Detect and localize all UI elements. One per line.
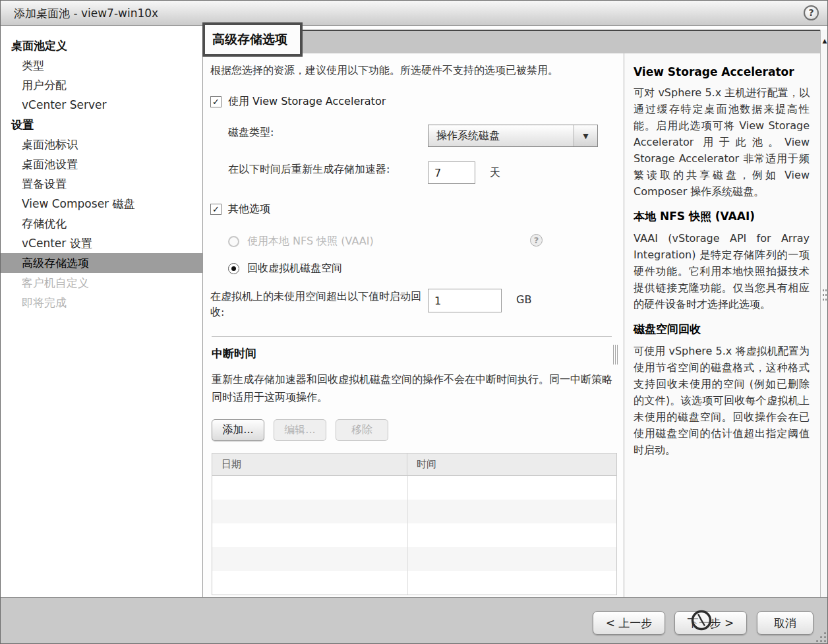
help-section-title: 本地 NFS 快照 (VAAI) (634, 209, 810, 224)
other-options-label: 其他选项 (228, 202, 270, 216)
reclaim-threshold-unit: GB (516, 289, 531, 311)
window-title: 添加桌面池 - view7-win10x (14, 6, 158, 21)
reclaim-disk-space-radio[interactable] (228, 263, 239, 274)
cancel-button[interactable]: 取消 (757, 611, 813, 635)
chevron-down-icon[interactable]: ▼ (574, 125, 597, 146)
sidebar-item-vcenter-settings[interactable]: vCenter 设置 (1, 233, 202, 253)
sidebar-item-user-assignment[interactable]: 用户分配 (1, 75, 202, 95)
table-header-row: 日期 时间 (212, 454, 616, 476)
previous-button[interactable]: < 上一步 (593, 611, 665, 635)
regenerate-days-input[interactable] (428, 161, 475, 184)
check-icon: ✓ (212, 97, 220, 107)
sidebar-item-type[interactable]: 类型 (1, 55, 202, 75)
blackout-times-title: 中断时间 (212, 346, 618, 361)
splitter-grip[interactable] (613, 345, 618, 365)
footer-bar: < 上一步 下一步 > 取消 (1, 597, 828, 644)
scrollbar-grip[interactable] (822, 288, 827, 303)
nfs-snapshot-label: 使用本地 NFS 快照 (VAAI) (247, 235, 374, 249)
table-column-divider (407, 476, 408, 595)
sidebar-item-vcenter-server[interactable]: vCenter Server (1, 95, 202, 115)
help-icon[interactable]: ? (804, 5, 819, 20)
blackout-times-table: 日期 时间 (212, 453, 617, 595)
sidebar-item-pool-identification[interactable]: 桌面池标识 (1, 134, 202, 154)
sidebar-item-provisioning-settings[interactable]: 置备设置 (1, 174, 202, 194)
nfs-help-icon[interactable]: ? (530, 234, 543, 247)
use-storage-accelerator-checkbox[interactable]: ✓ (210, 96, 222, 107)
column-header-date: 日期 (212, 454, 407, 475)
use-storage-accelerator-label: 使用 View Storage Accelerator (228, 95, 386, 109)
next-button[interactable]: 下一步 > (674, 611, 747, 635)
add-button[interactable]: 添加... (212, 419, 264, 441)
scroll-up-icon[interactable]: ▲ (821, 38, 828, 44)
remove-button: 移除 (336, 419, 388, 441)
sidebar-group-settings: 设置 (1, 115, 202, 134)
help-section-title: View Storage Accelerator (634, 65, 810, 78)
wizard-step-list: 桌面池定义 类型 用户分配 vCenter Server 设置 桌面池标识 桌面… (1, 26, 202, 597)
sidebar-item-view-composer-disks[interactable]: View Composer 磁盘 (1, 194, 202, 214)
disk-type-dropdown[interactable]: 操作系统磁盘 ▼ (428, 125, 598, 147)
blackout-times-description: 重新生成存储加速器和回收虚拟机磁盘空间的操作不会在中断时间执行。同一中断策略同时… (212, 370, 614, 406)
contextual-help-panel: View Storage Accelerator 可对 vSphere 5.x … (624, 53, 820, 597)
intro-text: 根据您选择的资源，建议使用以下功能。所选硬件不支持的选项已被禁用。 (210, 64, 618, 78)
disk-type-label: 磁盘类型: (228, 125, 428, 140)
sidebar-item-advanced-storage[interactable]: 高级存储选项 (1, 253, 202, 273)
radio-dot (231, 266, 236, 271)
other-options-checkbox[interactable]: ✓ (210, 204, 222, 215)
sidebar-item-pool-settings[interactable]: 桌面池设置 (1, 154, 202, 174)
nfs-snapshot-radio (228, 236, 239, 247)
section-divider (212, 336, 612, 337)
reclaim-threshold-label: 在虚拟机上的未使用空间超出以下值时启动回收: (210, 289, 428, 320)
regenerate-unit-label: 天 (490, 161, 500, 184)
page-title: 高级存储选项 (202, 22, 303, 57)
resize-grip-icon[interactable] (816, 632, 826, 642)
table-body-empty (212, 476, 616, 595)
help-section-title: 磁盘空间回收 (634, 322, 810, 337)
sidebar-item-ready-to-complete: 即将完成 (1, 293, 202, 312)
help-section-body: VAAI (vStorage API for Array Integration… (634, 230, 810, 312)
title-bar: 添加桌面池 - view7-win10x ? (1, 1, 827, 26)
vertical-scrollbar[interactable]: ▲ (820, 30, 828, 597)
help-section-body: 可使用 vSphere 5.x 将虚拟机配置为使用节省空间的磁盘格式，这种格式支… (634, 343, 810, 458)
column-header-time: 时间 (407, 454, 616, 475)
help-section-body: 可对 vSphere 5.x 主机进行配置，以通过缓存特定桌面池数据来提高性能。… (634, 84, 810, 200)
check-icon: ✓ (212, 204, 220, 214)
reclaim-threshold-input[interactable] (428, 289, 502, 312)
add-desktop-pool-dialog: 添加桌面池 - view7-win10x ? 桌面池定义 类型 用户分配 vCe… (0, 0, 828, 644)
sidebar-group-pool-definition: 桌面池定义 (1, 36, 202, 55)
sidebar-item-guest-customization: 客户机自定义 (1, 273, 202, 293)
edit-button: 编辑... (274, 419, 326, 441)
advanced-storage-options-panel: 根据您选择的资源，建议使用以下功能。所选硬件不支持的选项已被禁用。 ✓ 使用 V… (203, 53, 618, 597)
regenerate-after-label: 在以下时间后重新生成存储加速器: (228, 161, 428, 177)
reclaim-disk-space-label: 回收虚拟机磁盘空间 (247, 262, 342, 276)
disk-type-value: 操作系统磁盘 (429, 129, 574, 143)
sidebar-item-storage-optimization[interactable]: 存储优化 (1, 214, 202, 233)
